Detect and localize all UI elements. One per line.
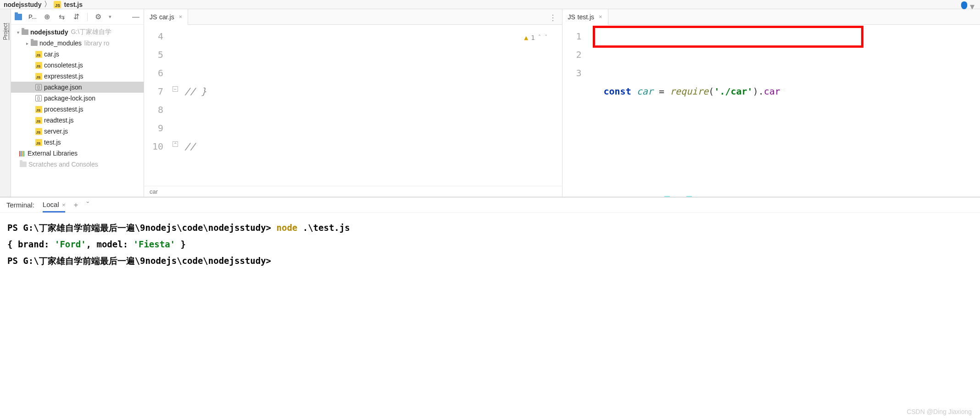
warning-icon: ▲ (524, 28, 528, 47)
project-stripe-label[interactable]: Project (2, 23, 9, 40)
fold-end-icon[interactable]: ⌃ (173, 141, 178, 147)
breadcrumb-bar: nodejsstudy 〉 JS test.js 👤▾ (0, 0, 980, 9)
tab-bar-right: JS test.js × (562, 9, 980, 25)
terminal-title: Terminal: (6, 201, 34, 209)
toolbar-separator (87, 13, 88, 21)
tree-file[interactable]: JSexpresstest.js (11, 71, 144, 82)
folder-icon (20, 162, 27, 167)
breadcrumb-file[interactable]: test.js (64, 1, 82, 8)
tree-file[interactable]: JSserver.js (11, 126, 144, 137)
gutter-right: 123 (562, 25, 590, 197)
terminal-header: Terminal: Local × + ˇ (0, 197, 980, 213)
code-area-right[interactable]: 123 const car = require('./car').car con… (562, 25, 980, 197)
tab-label: test.js (578, 13, 595, 21)
code-left[interactable]: // } // // exports.car = car exports.car… (180, 25, 562, 186)
tree-file[interactable]: JSconsoletest.js (11, 60, 144, 71)
close-icon[interactable]: × (599, 13, 602, 20)
tree-file[interactable]: JStest.js (11, 137, 144, 148)
tab-bar-left: JS car.js × ⋯ (144, 9, 562, 25)
tree-label: node_modules (39, 39, 82, 47)
js-file-icon: JS (35, 73, 42, 80)
locate-icon[interactable]: ⊕ (43, 13, 51, 21)
chevron-up-icon[interactable]: ˆ (538, 28, 541, 47)
breadcrumb-root[interactable]: nodejsstudy (4, 1, 41, 8)
tree-root[interactable]: ▾ nodejsstudy G:\丁家雄自学 (11, 27, 144, 38)
code-right[interactable]: const car = require('./car').car console… (590, 25, 980, 197)
expand-all-icon[interactable]: ⇆ (58, 13, 66, 21)
editor-right: JS test.js × 123 const car = require('./… (562, 9, 980, 197)
json-file-icon: {} (35, 84, 42, 90)
tab-test-js[interactable]: JS test.js × (562, 9, 608, 25)
js-file-icon: JS (568, 13, 575, 20)
tree-root-hint: G:\丁家雄自学 (71, 28, 111, 36)
sidebar-toolbar: P... ⊕ ⇆ ⇵ ⚙ ▾ — (11, 9, 144, 25)
js-file-icon: JS (35, 62, 42, 69)
code-area-left[interactable]: 45678910 − ⌃ // } // // exports.car = ca… (144, 25, 562, 186)
sidebar-title[interactable]: P... (28, 13, 37, 20)
js-file-icon: JS (35, 128, 42, 135)
close-icon[interactable]: × (179, 13, 183, 20)
gutter-left: 45678910 (144, 25, 172, 186)
chevron-right-icon[interactable]: ▸ (24, 41, 30, 46)
chevron-down-icon[interactable]: ˇ (544, 28, 548, 47)
breadcrumb-separator-icon: 〉 (44, 0, 51, 9)
terminal-dropdown-icon[interactable]: ˇ (86, 201, 89, 210)
dropdown-caret-icon[interactable]: ▾ (109, 14, 111, 20)
tab-label: car.js (159, 13, 174, 21)
terminal-output: { brand: 'Ford', model: 'Fiesta' } (7, 236, 973, 252)
terminal-body[interactable]: PS G:\丁家雄自学前端最后一遍\9nodejs\code\nodejsstu… (0, 213, 980, 275)
tree-hint: library ro (84, 39, 109, 47)
tree-node-modules[interactable]: ▸ node_modules library ro (11, 38, 144, 49)
terminal-panel: Terminal: Local × + ˇ PS G:\丁家雄自学前端最后一遍\… (0, 197, 980, 275)
js-file-icon: JS (35, 117, 42, 124)
chevron-down-icon[interactable]: ▾ (15, 30, 21, 35)
js-file-icon: JS (150, 13, 156, 20)
inspection-badge[interactable]: ▲ 1 ˆ ˇ (524, 28, 548, 47)
collapse-all-icon[interactable]: ⇵ (72, 13, 81, 21)
fold-column: − ⌃ (172, 25, 180, 186)
json-file-icon: {} (35, 95, 42, 101)
watermark: CSDN @Ding Jiaxiong (907, 408, 972, 415)
editor-split: JS car.js × ⋯ 45678910 − ⌃ // } // // ex… (144, 9, 980, 197)
warning-count: 1 (531, 28, 535, 47)
terminal-prompt: PS G:\丁家雄自学前端最后一遍\9nodejs\code\nodejsstu… (7, 252, 973, 269)
breadcrumb-bottom-left[interactable]: car (144, 186, 562, 197)
js-file-icon: JS (35, 106, 42, 113)
js-file-icon: JS (35, 51, 42, 58)
new-terminal-icon[interactable]: + (73, 201, 78, 210)
terminal-tab[interactable]: Local × (43, 201, 66, 212)
tree-external-libs[interactable]: External Libraries (11, 148, 144, 159)
close-icon[interactable]: × (62, 201, 66, 208)
terminal-line: PS G:\丁家雄自学前端最后一遍\9nodejs\code\nodejsstu… (7, 219, 973, 236)
tree-file[interactable]: {}package-lock.json (11, 93, 144, 104)
js-file-icon: JS (54, 1, 61, 8)
project-sidebar: P... ⊕ ⇆ ⇵ ⚙ ▾ — ▾ nodejsstudy G:\丁家雄自学 … (11, 9, 144, 197)
tab-car-js[interactable]: JS car.js × (144, 9, 188, 25)
tree-file[interactable]: JSreadtest.js (11, 115, 144, 126)
folder-icon (22, 29, 28, 35)
tree-root-label: nodejsstudy (30, 28, 68, 36)
highlight-box (593, 26, 863, 48)
fold-start-icon[interactable]: − (173, 86, 178, 92)
hide-icon[interactable]: — (132, 13, 140, 21)
project-icon (15, 14, 22, 20)
main-area: Project P... ⊕ ⇆ ⇵ ⚙ ▾ — ▾ nodejsstudy G… (0, 9, 980, 197)
tree-file[interactable]: JScar.js (11, 49, 144, 60)
tree-scratches[interactable]: Scratches and Consoles (11, 159, 144, 170)
js-file-icon: JS (35, 139, 42, 146)
tab-overflow-icon[interactable]: ⋯ (548, 14, 558, 22)
project-tool-window-stripe[interactable]: Project (0, 9, 11, 197)
settings-gear-icon[interactable]: ⚙ (94, 13, 102, 21)
folder-icon (31, 40, 38, 46)
editor-left: JS car.js × ⋯ 45678910 − ⌃ // } // // ex… (144, 9, 562, 197)
project-tree[interactable]: ▾ nodejsstudy G:\丁家雄自学 ▸ node_modules li… (11, 25, 144, 197)
library-icon (19, 151, 26, 156)
breadcrumb: nodejsstudy 〉 JS test.js (4, 0, 83, 9)
tree-file[interactable]: JSprocesstest.js (11, 104, 144, 115)
tree-file-selected[interactable]: {}package.json (11, 82, 144, 93)
